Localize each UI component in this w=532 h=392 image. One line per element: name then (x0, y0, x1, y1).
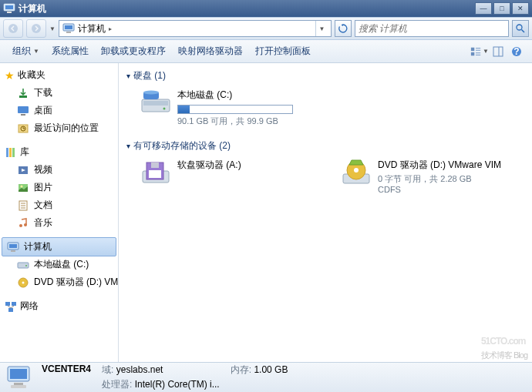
disk-usage-bar (177, 105, 293, 114)
help-button[interactable]: ? (507, 43, 526, 60)
computer-name: VCENTER4 (42, 364, 91, 377)
svg-rect-1 (5, 5, 13, 9)
svg-rect-11 (471, 52, 474, 55)
main-pane: ▾硬盘 (1) 本地磁盘 (C:) 90.1 GB 可用，共 99.9 GB ▾… (119, 63, 532, 362)
refresh-button[interactable] (335, 20, 352, 37)
svg-point-61 (354, 168, 359, 173)
network-icon (5, 300, 17, 313)
close-button[interactable]: ✕ (512, 2, 529, 15)
svg-point-54 (143, 91, 159, 95)
svg-rect-45 (5, 302, 10, 306)
breadcrumb-text[interactable]: 计算机 (78, 22, 106, 35)
svg-rect-26 (9, 148, 12, 157)
drive-free-space: 0 字节 可用，共 2.28 GB (378, 173, 510, 185)
svg-point-4 (32, 24, 41, 33)
memory-value: 1.00 GB (254, 364, 288, 375)
breadcrumb-chevron-icon[interactable]: ▸ (109, 25, 112, 32)
svg-rect-25 (6, 148, 8, 157)
computer-icon (62, 22, 75, 35)
drive-filesystem: CDFS (378, 185, 510, 194)
address-bar[interactable]: 计算机 ▸ ▼ (59, 20, 332, 37)
sidebar-item-videos[interactable]: 视频 (0, 161, 118, 179)
domain-value: yeslabs.net (116, 364, 163, 375)
download-icon (17, 87, 29, 99)
hard-disk-icon (140, 89, 171, 116)
back-button[interactable] (3, 19, 23, 38)
content-area: ★ 收藏夹 下载 桌面 最近访问的位置 库 视频 图片 文档 音乐 计算机 本地… (0, 63, 532, 362)
svg-line-49 (11, 306, 14, 308)
sidebar-item-dvd-d[interactable]: DVD 驱动器 (D:) VM (0, 273, 118, 291)
svg-rect-16 (493, 47, 503, 56)
sidebar-item-recent[interactable]: 最近访问的位置 (0, 119, 118, 137)
hdd-section-header[interactable]: ▾硬盘 (1) (126, 68, 524, 84)
control-panel-button[interactable]: 打开控制面板 (249, 42, 317, 61)
svg-point-44 (22, 281, 25, 283)
svg-rect-65 (11, 385, 26, 388)
view-mode-button[interactable]: ▼ (470, 43, 489, 60)
sidebar-item-downloads[interactable]: 下载 (0, 84, 118, 102)
svg-line-48 (8, 306, 11, 308)
library-icon (5, 146, 17, 159)
recent-icon (17, 122, 29, 135)
search-input[interactable] (359, 23, 505, 34)
drive-floppy-a[interactable]: 软盘驱动器 (A:) (140, 159, 310, 194)
libraries-header[interactable]: 库 (0, 143, 118, 161)
maximize-button[interactable]: □ (493, 2, 510, 15)
svg-rect-21 (18, 106, 29, 113)
drive-name: 软盘驱动器 (A:) (177, 159, 310, 173)
preview-pane-button[interactable] (489, 43, 507, 60)
svg-point-37 (24, 223, 27, 226)
svg-rect-46 (12, 302, 16, 306)
sidebar-item-computer[interactable]: 计算机 (2, 237, 116, 256)
svg-rect-57 (151, 162, 159, 168)
svg-rect-41 (18, 263, 29, 268)
document-icon (17, 199, 29, 212)
svg-rect-47 (8, 308, 13, 312)
sidebar-item-pictures[interactable]: 图片 (0, 179, 118, 196)
svg-rect-6 (65, 25, 72, 29)
organize-menu[interactable]: 组织 ▼ (6, 42, 45, 61)
svg-point-3 (8, 24, 18, 33)
favorites-header[interactable]: ★ 收藏夹 (0, 66, 118, 84)
forward-button[interactable] (26, 19, 46, 38)
svg-line-9 (522, 30, 525, 33)
svg-rect-58 (149, 170, 161, 178)
system-properties-button[interactable]: 系统属性 (45, 42, 95, 61)
sidebar: ★ 收藏夹 下载 桌面 最近访问的位置 库 视频 图片 文档 音乐 计算机 本地… (0, 63, 119, 362)
computer-icon (3, 2, 15, 15)
title-bar: 计算机 — □ ✕ (0, 0, 532, 17)
floppy-icon (140, 159, 171, 186)
drive-free-space: 90.1 GB 可用，共 99.9 GB (177, 116, 310, 127)
nav-bar: ▼ 计算机 ▸ ▼ (0, 17, 532, 40)
sidebar-item-desktop[interactable]: 桌面 (0, 102, 118, 119)
svg-rect-27 (12, 148, 15, 157)
address-dropdown-icon[interactable]: ▼ (315, 21, 328, 36)
computer-icon (7, 241, 19, 253)
search-button[interactable] (512, 20, 529, 37)
drive-name: DVD 驱动器 (D:) VMware VIM (378, 159, 510, 173)
toolbar: 组织 ▼ 系统属性 卸载或更改程序 映射网络驱动器 打开控制面板 ▼ ? (0, 40, 532, 63)
svg-point-31 (21, 185, 23, 187)
dvd-drive-icon (341, 159, 372, 186)
sidebar-item-documents[interactable]: 文档 (0, 196, 118, 214)
nav-dropdown-icon[interactable]: ▼ (49, 25, 56, 32)
sidebar-item-local-disk-c[interactable]: 本地磁盘 (C:) (0, 256, 118, 273)
minimize-button[interactable]: — (475, 2, 492, 15)
svg-rect-39 (9, 244, 17, 248)
network-header[interactable]: 网络 (0, 297, 118, 315)
drive-local-c[interactable]: 本地磁盘 (C:) 90.1 GB 可用，共 99.9 GB (140, 89, 310, 127)
search-box[interactable] (355, 20, 509, 37)
svg-point-42 (25, 265, 27, 266)
map-drive-button[interactable]: 映射网络驱动器 (172, 42, 249, 61)
svg-rect-51 (143, 101, 168, 106)
dvd-icon (17, 276, 29, 289)
sidebar-item-music[interactable]: 音乐 (0, 214, 118, 232)
disk-icon (17, 259, 29, 271)
removable-section-header[interactable]: ▾有可移动存储的设备 (2) (126, 138, 524, 154)
video-icon (17, 164, 29, 176)
uninstall-programs-button[interactable]: 卸载或更改程序 (95, 42, 172, 61)
svg-rect-64 (14, 383, 23, 385)
svg-point-52 (163, 108, 166, 110)
drive-dvd-d[interactable]: DVD 驱动器 (D:) VMware VIM 0 字节 可用，共 2.28 G… (341, 159, 510, 194)
svg-point-8 (517, 25, 522, 30)
